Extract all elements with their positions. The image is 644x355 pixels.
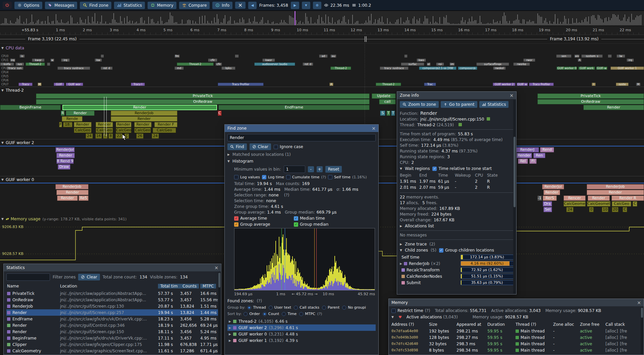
frame-strip-bar[interactable] — [179, 24, 180, 25]
timeline-zone[interactable]: CalcGeome — [564, 201, 586, 207]
cpu-zone[interactable]: im — [449, 62, 455, 66]
frame-strip-bar[interactable] — [52, 21, 52, 25]
frame-strip-bar[interactable] — [182, 19, 182, 25]
group-by-option[interactable]: Parent — [322, 305, 339, 310]
frame-strip-bar[interactable] — [486, 24, 487, 25]
cpu-zone[interactable] — [404, 54, 408, 58]
frame-strip-bar[interactable] — [619, 19, 620, 25]
alloc-callstack-button[interactable]: [alloc] — [605, 342, 618, 346]
frame-strip-bar[interactable] — [423, 21, 424, 25]
histogram-option[interactable]: Log values — [234, 175, 260, 179]
frame-strip-bar[interactable] — [197, 24, 197, 25]
frame-strip-bar[interactable] — [402, 24, 402, 25]
frame-strip-bar[interactable] — [113, 13, 114, 25]
frame-strip-bar[interactable] — [278, 24, 279, 25]
stats-column-header[interactable]: Counts — [180, 284, 200, 289]
frame-strip-bar[interactable] — [245, 24, 246, 25]
cpu-zone[interactable]: irq — [61, 58, 70, 62]
frame-strip-bar[interactable] — [462, 17, 463, 25]
frame-strip-bar[interactable] — [439, 17, 440, 25]
cpu-zone[interactable]: tracy_syn — [7, 66, 23, 70]
cpu-zone[interactable]: rworke — [513, 62, 530, 66]
frame-strip-bar[interactable] — [449, 23, 449, 25]
min-bin-decrease-button[interactable]: - — [308, 166, 314, 172]
frame-strip-bar[interactable] — [497, 21, 498, 25]
frame-strip-bar[interactable] — [70, 15, 71, 25]
prev-frame-button[interactable]: ◀ — [248, 2, 257, 9]
frame-strip-bar[interactable] — [305, 13, 306, 25]
frame-strip-bar[interactable] — [387, 18, 388, 25]
frame-strip-bar[interactable] — [144, 20, 145, 25]
cpu-zone[interactable]: A — [578, 58, 582, 62]
frame-strip-bar[interactable] — [274, 24, 275, 25]
frame-strip-bar[interactable] — [207, 21, 208, 25]
cpu-zone[interactable] — [608, 54, 612, 58]
timeline-zone[interactable]: Draw — [58, 164, 70, 170]
cpu-zone[interactable] — [101, 54, 104, 58]
timeline-zone[interactable]: Sel — [543, 207, 552, 212]
frame-strip-bar[interactable] — [474, 20, 475, 25]
frame-strip-bar[interactable] — [415, 24, 416, 25]
stats-row[interactable]: EndFramejni/../jni/src/claw/gfx/drv/vk/D… — [6, 316, 218, 322]
frame-strip-bar[interactable] — [425, 16, 425, 25]
frame-strip-bar[interactable] — [411, 24, 412, 25]
timeline-zone[interactable]: 10 — [602, 207, 608, 212]
frame-strip-bar[interactable] — [575, 23, 576, 25]
cpu-zone[interactable]: composer@2.1-se [HW — [419, 66, 457, 70]
frame-strip-bar[interactable] — [148, 17, 149, 25]
frame-strip-bar[interactable] — [476, 20, 476, 25]
child-zones-header[interactable]: ▼ Child zones (5) ✓Group children locati… — [400, 248, 514, 253]
frame-strip-bar[interactable] — [139, 23, 140, 25]
frame-strip-bar[interactable] — [344, 16, 345, 25]
wait-column-header[interactable]: CPU — [475, 173, 487, 178]
frame-strip-bar[interactable] — [73, 24, 74, 25]
scrollbar[interactable] — [641, 307, 643, 354]
frame-strip-bar[interactable] — [370, 20, 370, 25]
frame-strip-bar[interactable] — [229, 20, 229, 25]
frame-strip-bar[interactable] — [261, 20, 262, 25]
timeline-zone[interactable]: 8 — [108, 133, 113, 139]
mem-column-header[interactable]: Call stack — [605, 322, 641, 327]
frame-strip-bar[interactable] — [269, 24, 270, 25]
frame-strip-bar[interactable] — [44, 24, 44, 25]
alloc-address[interactable]: 0x7dfaa64e00 — [391, 329, 429, 333]
cpu-zone[interactable]: is — [19, 54, 25, 58]
timeline-zone[interactable]: 24 — [566, 207, 574, 212]
cpu-zone[interactable]: GUIF worker 0 — [556, 66, 577, 70]
frame-strip-bar[interactable] — [559, 24, 559, 25]
frame-strip-bar[interactable] — [406, 20, 407, 25]
timeline-zone[interactable]: RenderJob — [111, 110, 177, 116]
frame-strip-bar[interactable] — [438, 24, 439, 25]
frame-strip-bar[interactable] — [14, 24, 15, 25]
sort-by-option[interactable]: Time — [282, 312, 297, 316]
frame-strip-bar[interactable] — [392, 24, 393, 25]
frame-strip-bar[interactable] — [6, 18, 7, 25]
cpu-zone[interactable]: surfaceflinge — [476, 62, 509, 66]
frame-strip-bar[interactable] — [234, 20, 235, 25]
frame-strip-bar[interactable] — [13, 24, 13, 25]
frame-strip-bar[interactable] — [304, 24, 305, 25]
frame-strip-bar[interactable] — [635, 17, 636, 25]
frame-strip-bar[interactable] — [388, 24, 389, 25]
frame-strip-bar[interactable] — [282, 23, 283, 25]
frame-strip-bar[interactable] — [72, 17, 72, 25]
frame-strip-bar[interactable] — [87, 24, 87, 25]
frame-strip-bar[interactable] — [135, 23, 136, 25]
frame-strip-bar[interactable] — [57, 20, 58, 25]
compare-button[interactable]: Compare — [179, 2, 210, 9]
frame-strip-bar[interactable] — [339, 19, 339, 25]
frame-strip-bar[interactable] — [300, 21, 301, 25]
frame-strip-bar[interactable] — [257, 22, 258, 25]
frame-strip-bar[interactable] — [435, 21, 436, 25]
frame-strip-bar[interactable] — [80, 17, 80, 25]
frame-strip-bar[interactable] — [422, 24, 423, 25]
frame-strip-bar[interactable] — [100, 22, 101, 25]
frame-strip-bar[interactable] — [536, 24, 537, 25]
timeline-zone[interactable]: 16 — [95, 133, 102, 139]
frame-strip-bar[interactable] — [151, 19, 152, 25]
timeline-zone[interactable]: Render — [56, 153, 75, 158]
timeline-zone[interactable]: Render — [66, 110, 95, 116]
frame-strip-bar[interactable] — [233, 24, 233, 25]
timeline-zone[interactable]: Rend — [540, 147, 554, 152]
frame-strip-bar[interactable] — [430, 22, 431, 25]
